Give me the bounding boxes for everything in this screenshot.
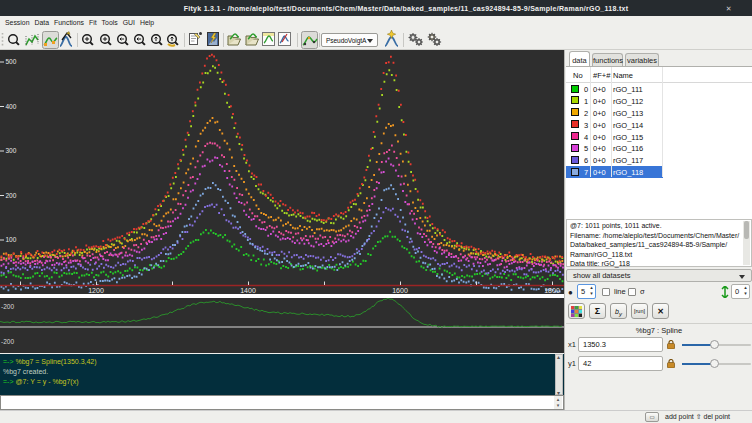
- svg-text:-200: -200: [1, 303, 14, 310]
- svg-text:300: 300: [6, 147, 17, 154]
- svg-text:200: 200: [6, 192, 17, 199]
- svg-text:500: 500: [6, 58, 17, 65]
- svg-text:1800: 1800: [544, 287, 560, 294]
- svg-text:1600: 1600: [392, 287, 408, 294]
- svg-text:-200: -200: [1, 338, 14, 345]
- svg-text:100: 100: [6, 236, 17, 243]
- svg-text:1200: 1200: [88, 287, 104, 294]
- svg-text:400: 400: [6, 103, 17, 110]
- svg-text:1400: 1400: [240, 287, 256, 294]
